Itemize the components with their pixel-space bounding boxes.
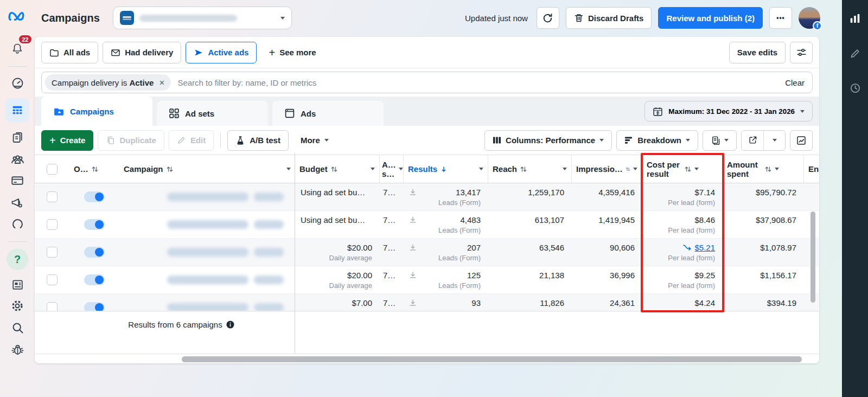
filter-chip-campaign-delivery[interactable]: Campaign delivery is Active ×: [45, 74, 171, 91]
duplicate-button[interactable]: Duplicate: [98, 130, 164, 151]
tab-ad-sets[interactable]: Ad sets: [157, 101, 268, 126]
header-off-on[interactable]: O…: [69, 155, 119, 183]
overflow-menu-button[interactable]: •••: [769, 7, 792, 29]
campaign-toggle[interactable]: [84, 191, 105, 202]
download-icon[interactable]: [409, 188, 417, 197]
campaign-name-redacted[interactable]: [119, 183, 295, 210]
review-publish-button[interactable]: Review and publish (2): [658, 7, 763, 29]
sidebar-item-news[interactable]: [5, 273, 29, 295]
header-results[interactable]: Results: [404, 155, 488, 183]
table-row[interactable]: $20.00Daily average 7… 207Leads (Form) 6…: [35, 239, 819, 266]
insights-charts-button[interactable]: [845, 9, 865, 28]
campaign-name-redacted[interactable]: [119, 239, 295, 266]
table-row[interactable]: $7.00Daily average 7… 93Leads (Form) 11,…: [35, 294, 819, 311]
edit-button[interactable]: Edit: [169, 130, 214, 151]
refresh-button[interactable]: [537, 7, 559, 29]
row-checkbox[interactable]: [47, 302, 58, 311]
close-icon[interactable]: ×: [159, 78, 164, 87]
filter-tab-had-delivery[interactable]: Had delivery: [103, 42, 181, 63]
filter-tab-all-ads[interactable]: All ads: [41, 42, 98, 63]
attribution-cell: 7…: [380, 183, 404, 210]
sidebar-item-settings[interactable]: [5, 295, 29, 317]
campaign-toggle[interactable]: [84, 219, 105, 230]
export-menu-button[interactable]: [763, 131, 785, 150]
breakdown-button[interactable]: Breakdown: [616, 130, 698, 151]
download-icon[interactable]: [409, 271, 417, 280]
header-end[interactable]: End: [804, 155, 819, 183]
create-button[interactable]: + Create: [41, 130, 93, 151]
columns-button[interactable]: Columns: Performance: [484, 130, 612, 151]
export-split-button: [741, 130, 786, 151]
filter-tab-active-ads[interactable]: Active ads: [186, 42, 257, 63]
download-icon[interactable]: [409, 216, 417, 225]
vertical-scrollbar[interactable]: [810, 212, 815, 303]
help-button[interactable]: ?: [5, 247, 29, 271]
chevron-down-icon[interactable]: [399, 168, 403, 170]
search-filter-input[interactable]: Campaign delivery is Active × Search to …: [41, 72, 813, 93]
discard-drafts-button[interactable]: Discard Drafts: [566, 7, 652, 29]
chevron-down-icon[interactable]: [371, 168, 375, 170]
header-budget[interactable]: Budget: [295, 155, 380, 183]
info-icon[interactable]: [226, 321, 234, 329]
header-attribution[interactable]: A…s…: [380, 155, 404, 183]
sidebar-item-recent[interactable]: [5, 213, 29, 235]
bug-icon: [11, 343, 24, 356]
sidebar-item-overview[interactable]: [5, 72, 29, 94]
sidebar-item-ads-settings[interactable]: [5, 191, 29, 213]
header-reach[interactable]: Reach: [488, 155, 572, 183]
notifications-button[interactable]: 22: [5, 38, 29, 60]
chevron-down-icon[interactable]: [286, 168, 291, 170]
table-row[interactable]: Using ad set bu… 7… 13,417Leads (Form) 1…: [35, 183, 819, 211]
campaign-name-redacted[interactable]: [119, 294, 295, 311]
download-icon[interactable]: [409, 299, 417, 308]
export-button[interactable]: [742, 131, 763, 150]
row-checkbox[interactable]: [47, 274, 58, 285]
header-cost-per-result[interactable]: Cost per result: [642, 155, 723, 183]
header-amount-spent[interactable]: Amount spent: [723, 155, 804, 183]
chevron-down-icon[interactable]: [775, 168, 779, 170]
horizontal-scrollbar[interactable]: [182, 356, 802, 362]
tab-ads[interactable]: Ads: [272, 101, 384, 126]
filter-settings-button[interactable]: [790, 42, 813, 63]
chevron-down-icon[interactable]: [694, 168, 699, 170]
table-row[interactable]: $20.00Daily average 7… 125Leads (Form) 2…: [35, 266, 819, 294]
more-button[interactable]: More: [293, 130, 336, 151]
plus-icon: +: [269, 47, 275, 58]
header-campaign[interactable]: Campaign: [119, 155, 295, 183]
campaign-name-redacted[interactable]: [119, 266, 295, 293]
account-selector[interactable]: [113, 7, 292, 29]
chevron-down-icon[interactable]: [479, 168, 483, 170]
select-all-checkbox[interactable]: [47, 164, 58, 175]
see-more-button[interactable]: + See more: [261, 42, 323, 63]
reports-button[interactable]: [703, 130, 737, 151]
ab-test-button[interactable]: A/B test: [227, 130, 289, 151]
header-impressions[interactable]: Impressio…: [572, 155, 642, 183]
tab-campaigns[interactable]: Campaigns: [41, 97, 152, 126]
row-checkbox[interactable]: [47, 191, 58, 202]
history-clock-button[interactable]: [845, 78, 865, 98]
reach-cell: 21,138: [488, 266, 572, 293]
edit-pencil-button[interactable]: [845, 43, 865, 63]
chevron-down-icon[interactable]: [563, 168, 567, 170]
sidebar-item-report-bug[interactable]: [5, 338, 29, 360]
view-charts-button[interactable]: [790, 130, 813, 151]
row-checkbox[interactable]: [47, 219, 58, 230]
updated-status: Updated just now: [465, 14, 528, 23]
sidebar-item-billing[interactable]: [5, 170, 29, 191]
save-edits-button[interactable]: Save edits: [729, 42, 786, 63]
campaign-toggle[interactable]: [84, 302, 105, 311]
row-checkbox[interactable]: [47, 247, 58, 258]
chevron-down-icon[interactable]: [633, 168, 637, 170]
clear-filters-button[interactable]: Clear: [785, 78, 805, 87]
date-range-button[interactable]: Maximum: 31 Dec 2022 - 31 Jan 2026: [644, 101, 813, 121]
sidebar-item-search[interactable]: [5, 317, 29, 338]
sidebar-item-pages[interactable]: [5, 126, 29, 148]
download-icon[interactable]: [409, 244, 417, 253]
campaign-toggle[interactable]: [84, 274, 105, 285]
sidebar-item-campaigns[interactable]: [5, 98, 29, 122]
sidebar-item-audiences[interactable]: [5, 148, 29, 170]
campaign-toggle[interactable]: [84, 247, 105, 258]
campaign-name-redacted[interactable]: [119, 211, 295, 238]
table-row[interactable]: Using ad set bu… 7… 4,483Leads (Form) 61…: [35, 211, 819, 239]
user-avatar[interactable]: f: [799, 7, 820, 29]
